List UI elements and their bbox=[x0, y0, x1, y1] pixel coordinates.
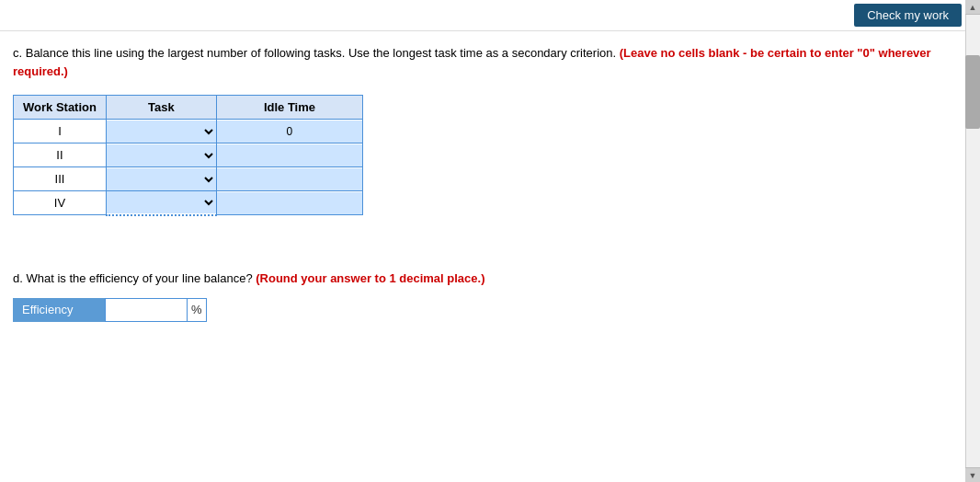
table-row: II bbox=[14, 143, 363, 167]
idle-input-II[interactable] bbox=[217, 144, 362, 166]
scroll-up-arrow[interactable]: ▲ bbox=[965, 0, 980, 15]
check-work-button[interactable]: Check my work bbox=[854, 4, 962, 27]
task-dropdown-II[interactable] bbox=[107, 144, 216, 166]
task-dropdown-I[interactable] bbox=[107, 120, 216, 143]
idle-cell-III[interactable] bbox=[216, 167, 362, 191]
scroll-down-arrow[interactable]: ▼ bbox=[965, 467, 980, 482]
percent-symbol: % bbox=[188, 298, 207, 322]
task-dropdown-III[interactable] bbox=[107, 168, 216, 190]
scrollbar-thumb[interactable] bbox=[965, 55, 980, 129]
efficiency-label: Efficiency bbox=[13, 298, 105, 322]
instruction-normal: c. Balance this line using the largest n… bbox=[13, 46, 616, 60]
workstation-II: II bbox=[14, 143, 107, 167]
col-header-idletime: Idle Time bbox=[216, 96, 362, 120]
col-header-workstation: Work Station bbox=[14, 96, 107, 120]
col-header-task: Task bbox=[106, 96, 216, 120]
idle-input-I[interactable] bbox=[217, 120, 362, 143]
workstation-IV: IV bbox=[14, 191, 107, 215]
table-row: I bbox=[14, 120, 363, 143]
workstation-I: I bbox=[14, 120, 107, 143]
idle-cell-I[interactable] bbox=[216, 120, 362, 143]
task-cell-III[interactable] bbox=[106, 167, 216, 191]
task-cell-II[interactable] bbox=[106, 143, 216, 167]
instruction-text: c. Balance this line using the largest n… bbox=[13, 44, 938, 80]
section-d-normal: d. What is the efficiency of your line b… bbox=[13, 271, 253, 285]
table-row: III bbox=[14, 167, 363, 191]
balance-table: Work Station Task Idle Time I II bbox=[13, 95, 363, 216]
efficiency-input[interactable] bbox=[105, 298, 188, 322]
workstation-III: III bbox=[14, 167, 107, 191]
task-dropdown-IV[interactable] bbox=[107, 191, 216, 213]
top-bar: Check my work bbox=[0, 0, 980, 31]
idle-input-IV[interactable] bbox=[217, 192, 362, 214]
idle-input-III[interactable] bbox=[217, 168, 362, 190]
idle-cell-II[interactable] bbox=[216, 143, 362, 167]
task-cell-IV[interactable] bbox=[106, 191, 216, 215]
efficiency-row: Efficiency % bbox=[13, 298, 938, 322]
idle-cell-IV[interactable] bbox=[216, 191, 362, 215]
main-content: c. Balance this line using the largest n… bbox=[0, 31, 965, 335]
scrollbar[interactable]: ▲ ▼ bbox=[965, 0, 980, 482]
task-cell-I[interactable] bbox=[106, 120, 216, 143]
table-row: IV bbox=[14, 191, 363, 215]
section-d-bold-red: (Round your answer to 1 decimal place.) bbox=[256, 271, 484, 285]
section-d-text: d. What is the efficiency of your line b… bbox=[13, 271, 938, 285]
